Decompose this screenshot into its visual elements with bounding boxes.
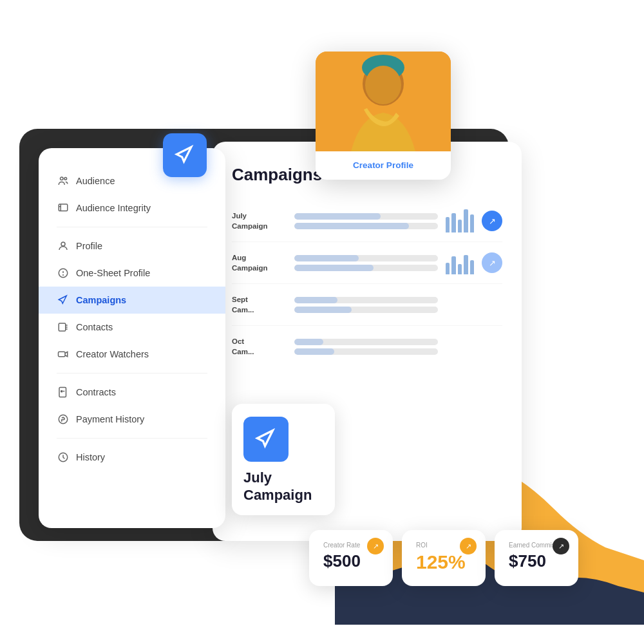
mini-bar	[451, 213, 455, 232]
mini-bar	[470, 260, 474, 274]
sidebar-item-campaigns[interactable]: Campaigns	[39, 287, 225, 314]
stat-card-roi: ↗ ROI 125%	[402, 530, 486, 586]
sidebar-item-creator-watchers[interactable]: Creator Watchers	[39, 341, 225, 368]
nav-divider-2	[57, 373, 207, 374]
bar-track-4	[294, 265, 438, 271]
sidebar-item-contacts[interactable]: Contacts	[39, 314, 225, 341]
bar-fill-1	[294, 213, 381, 220]
svg-rect-2	[59, 204, 68, 211]
mini-bar	[451, 256, 455, 274]
creator-profile-text: Creator Profile	[353, 160, 413, 170]
july-campaign-card: JulyCampaign	[232, 404, 335, 515]
creator-image-svg	[316, 52, 451, 151]
stat-value-creator-rate: $500	[323, 551, 379, 571]
nav-divider-1	[57, 227, 207, 227]
stat-arrow-creator-rate: ↗	[367, 538, 384, 554]
sidebar-item-audience-integrity[interactable]: Audience Integrity	[39, 194, 225, 222]
svg-point-1	[64, 177, 67, 180]
payment-history-label: Payment History	[76, 414, 144, 424]
campaign-arrow-aug[interactable]: ↗	[482, 252, 502, 273]
svg-rect-14	[59, 388, 66, 397]
contacts-label: Contacts	[76, 322, 113, 332]
campaign-arrow-july[interactable]: ↗	[482, 211, 502, 231]
july-card-title: JulyCampaign	[243, 469, 323, 504]
mini-bar	[458, 220, 462, 232]
sidebar-item-profile[interactable]: Profile	[39, 232, 225, 260]
sidebar-nav: Audience Audience Integrity	[39, 167, 225, 471]
mini-bar	[458, 264, 462, 274]
mini-chart-sept	[446, 293, 474, 316]
campaigns-icon-button[interactable]	[163, 133, 207, 177]
contracts-icon	[57, 386, 70, 399]
history-icon	[57, 451, 70, 464]
audience-integrity-label: Audience Integrity	[76, 203, 151, 213]
payment-history-icon	[57, 413, 70, 426]
mini-chart-july	[446, 209, 474, 232]
mini-chart-oct	[446, 335, 474, 358]
bar-fill-4	[294, 265, 374, 271]
sidebar-item-contracts[interactable]: Contracts	[39, 379, 225, 406]
mini-bar	[464, 255, 468, 274]
campaigns-label: Campaigns	[76, 295, 126, 305]
bar-track-8	[294, 348, 438, 355]
bar-fill-6	[294, 307, 352, 313]
nav-divider-3	[57, 438, 207, 439]
profile-card-image	[316, 52, 451, 151]
stat-card-creator-rate: ↗ Creator Rate $500	[309, 530, 393, 586]
campaigns-icon	[57, 294, 70, 307]
audience-label: Audience	[76, 176, 115, 186]
bar-track-3	[294, 255, 438, 261]
stat-arrow-roi: ↗	[460, 538, 477, 554]
mini-bar	[446, 263, 450, 274]
creator-watchers-label: Creator Watchers	[76, 349, 149, 359]
stats-row: ↗ Creator Rate $500 ↗ ROI 125% ↗ Earned …	[309, 530, 578, 586]
sidebar-item-one-sheet[interactable]: One-Sheet Profile	[39, 260, 225, 287]
bar-fill-7	[294, 339, 323, 345]
campaign-row: AugCampaign ↗	[232, 242, 502, 284]
campaign-bars-sept	[294, 297, 438, 313]
stat-arrow-commission: ↗	[553, 538, 569, 554]
sidebar-panel: Audience Audience Integrity	[39, 148, 225, 528]
bar-fill-8	[294, 348, 334, 355]
campaign-row: JulyCampaign ↗	[232, 200, 502, 242]
stat-card-commission: ↗ Earned Commision $750	[495, 530, 578, 586]
audience-integrity-icon	[57, 202, 70, 214]
creator-watchers-icon	[57, 348, 70, 361]
svg-point-15	[61, 390, 62, 392]
bar-fill-2	[294, 223, 409, 229]
bar-track-7	[294, 339, 438, 345]
svg-rect-13	[59, 352, 66, 357]
one-sheet-icon	[57, 267, 70, 279]
contracts-label: Contracts	[76, 387, 116, 397]
history-label: History	[76, 452, 105, 462]
sidebar-item-history[interactable]: History	[39, 444, 225, 471]
profile-icon	[57, 240, 70, 252]
campaign-bars-july	[294, 213, 438, 229]
campaign-bars-oct	[294, 339, 438, 355]
bar-track-5	[294, 297, 438, 303]
campaign-row: OctCam...	[232, 326, 502, 367]
one-sheet-label: One-Sheet Profile	[76, 268, 150, 278]
mini-chart-aug	[446, 251, 474, 274]
scene: Audience Audience Integrity	[0, 0, 644, 644]
campaign-label-aug: AugCampaign	[232, 252, 287, 273]
svg-point-5	[61, 242, 65, 246]
stat-value-commission: $750	[509, 551, 564, 571]
mini-bar	[470, 214, 474, 232]
creator-profile-card: Creator Profile	[316, 52, 451, 180]
campaign-bars-aug	[294, 255, 438, 271]
stat-value-roi: 125%	[416, 551, 471, 573]
mini-bar	[446, 217, 450, 232]
sidebar-item-payment-history[interactable]: Payment History	[39, 406, 225, 433]
profile-card-label: Creator Profile	[316, 151, 451, 180]
svg-point-0	[61, 177, 64, 180]
campaign-row: SeptCam...	[232, 284, 502, 326]
campaign-label-oct: OctCam...	[232, 336, 287, 357]
mini-bar	[464, 209, 468, 232]
bar-track-6	[294, 307, 438, 313]
svg-point-23	[365, 66, 401, 104]
svg-point-8	[63, 275, 64, 276]
profile-label: Profile	[76, 241, 102, 251]
july-card-icon	[243, 417, 289, 462]
bar-fill-3	[294, 255, 359, 261]
